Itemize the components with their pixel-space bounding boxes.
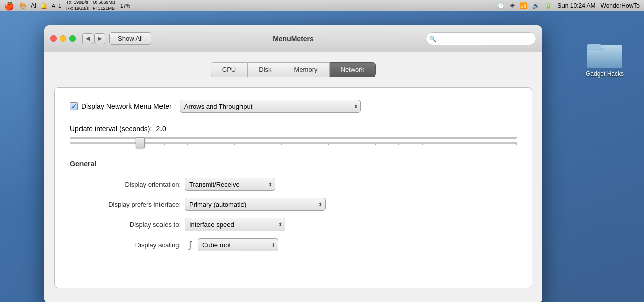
display-scaling-label: Display scaling: bbox=[70, 241, 181, 249]
menubar-right: 🕐 ✳ 📶 🔊 🔋 Sun 10:24 AM WonderHowTo bbox=[497, 2, 640, 9]
dropbox-icon: 🎨 bbox=[19, 2, 27, 9]
folder-icon bbox=[587, 40, 622, 68]
apple-menu[interactable]: 🍎 bbox=[4, 1, 14, 11]
display-prefers-interface-select[interactable]: Primary (automatic) Secondary bbox=[185, 198, 326, 211]
display-scales-to-select-wrapper: Interface speed Peak traffic Manual bbox=[185, 218, 285, 231]
content-area: ✓ Display Network Menu Meter Arrows and … bbox=[54, 87, 532, 288]
volume-icon: 🔊 bbox=[532, 2, 540, 9]
clock-icon: 🕐 bbox=[497, 2, 505, 9]
update-interval-label: Update interval (seconds): bbox=[70, 125, 152, 133]
tab-cpu[interactable]: CPU bbox=[211, 62, 248, 77]
datetime: Sun 10:24 AM bbox=[557, 2, 595, 9]
bluetooth-icon: ✳ bbox=[510, 2, 515, 9]
display-orientation-select-wrapper: Transmit/Receive Receive/Transmit bbox=[185, 178, 275, 191]
menubar: 🍎 🎨 Ai 🔔 A| 1 Tx: 198B/s Rx: 196B/s U: 5… bbox=[0, 0, 644, 11]
window-content: CPU Disk Memory Network ✓ Display Networ… bbox=[44, 52, 542, 302]
display-scales-to-row: Display scales to: Interface speed Peak … bbox=[70, 218, 517, 231]
search-bar bbox=[426, 32, 536, 45]
display-network-label: Display Network Menu Meter bbox=[81, 102, 172, 110]
tab-memory[interactable]: Memory bbox=[283, 62, 330, 77]
interval-slider[interactable] bbox=[70, 142, 517, 144]
display-network-checkbox-label[interactable]: ✓ Display Network Menu Meter bbox=[70, 102, 172, 110]
close-button[interactable] bbox=[50, 35, 57, 42]
display-orientation-label: Display orientation: bbox=[70, 181, 181, 188]
tabs-container: CPU Disk Memory Network bbox=[54, 62, 532, 77]
desktop: 🍎 🎨 Ai 🔔 A| 1 Tx: 198B/s Rx: 196B/s U: 5… bbox=[0, 0, 644, 302]
maximize-button[interactable] bbox=[69, 35, 76, 42]
scaling-curve-icon: ∫ bbox=[185, 239, 196, 250]
battery-icon: 🔋 bbox=[545, 2, 552, 9]
minimize-button[interactable] bbox=[60, 35, 66, 42]
titlebar: ◀ ▶ Show All MenuMeters bbox=[44, 25, 542, 52]
svg-rect-3 bbox=[587, 44, 601, 49]
display-network-checkbox[interactable]: ✓ bbox=[70, 102, 78, 110]
display-prefers-interface-row: Display prefers interface: Primary (auto… bbox=[70, 198, 517, 211]
display-orientation-select[interactable]: Transmit/Receive Receive/Transmit bbox=[185, 178, 275, 191]
cpu-stats: 17% bbox=[120, 3, 130, 9]
menubar-apps: 🎨 Ai 🔔 A| 1 bbox=[19, 2, 61, 9]
username: WonderHowTo bbox=[601, 2, 640, 9]
back-button[interactable]: ◀ bbox=[82, 33, 93, 44]
nav-buttons: ◀ ▶ bbox=[82, 33, 105, 44]
tab-network[interactable]: Network bbox=[330, 62, 376, 77]
update-interval-row: Update interval (seconds): 2.0 bbox=[70, 125, 517, 133]
adobe2-icon: A| 1 bbox=[52, 3, 61, 9]
main-window: ◀ ▶ Show All MenuMeters CPU Disk Memory … bbox=[44, 25, 542, 302]
display-orientation-row: Display orientation: Transmit/Receive Re… bbox=[70, 178, 517, 191]
display-scaling-select[interactable]: Cube root Square root Linear Logarithmic bbox=[198, 238, 278, 251]
display-scaling-row: Display scaling: ∫ Cube root Square root… bbox=[70, 238, 517, 251]
search-wrapper bbox=[426, 32, 536, 45]
section-divider bbox=[102, 164, 517, 164]
search-input[interactable] bbox=[426, 32, 536, 45]
slider-track bbox=[70, 137, 517, 139]
traffic-lights bbox=[50, 35, 76, 42]
checkmark-icon: ✓ bbox=[71, 103, 77, 110]
adobe-icon: Ai bbox=[31, 2, 36, 9]
display-prefers-interface-label: Display prefers interface: bbox=[70, 201, 181, 208]
disk-stats: U: 5069MB F: 3121MB bbox=[93, 0, 115, 12]
display-scales-to-label: Display scales to: bbox=[70, 221, 181, 229]
folder-label: Gadget Hacks bbox=[586, 70, 624, 78]
display-scaling-select-wrapper: ∫ Cube root Square root Linear Logarithm… bbox=[185, 238, 278, 251]
show-all-button[interactable]: Show All bbox=[109, 32, 151, 45]
wifi-icon: 📶 bbox=[520, 2, 527, 9]
display-prefers-interface-select-wrapper: Primary (automatic) Secondary bbox=[185, 198, 326, 211]
network-stats: Tx: 198B/s Rx: 196B/s bbox=[66, 0, 89, 12]
slider-container bbox=[70, 137, 517, 145]
window-title: MenuMeters bbox=[273, 35, 314, 43]
tab-disk[interactable]: Disk bbox=[248, 62, 283, 77]
display-scales-to-select[interactable]: Interface speed Peak traffic Manual bbox=[185, 218, 285, 231]
display-type-select-wrapper: Arrows and Throughput Arrows Only Throug… bbox=[180, 100, 361, 113]
forward-button[interactable]: ▶ bbox=[94, 33, 105, 44]
general-section-title: General bbox=[70, 160, 96, 168]
general-section-header: General bbox=[70, 160, 517, 168]
display-network-row: ✓ Display Network Menu Meter Arrows and … bbox=[70, 100, 517, 113]
display-type-select[interactable]: Arrows and Throughput Arrows Only Throug… bbox=[180, 100, 361, 113]
notification-icon: 🔔 bbox=[40, 2, 48, 9]
update-interval-value: 2.0 bbox=[156, 125, 166, 133]
desktop-folder-gadgethacks[interactable]: Gadget Hacks bbox=[586, 40, 624, 78]
